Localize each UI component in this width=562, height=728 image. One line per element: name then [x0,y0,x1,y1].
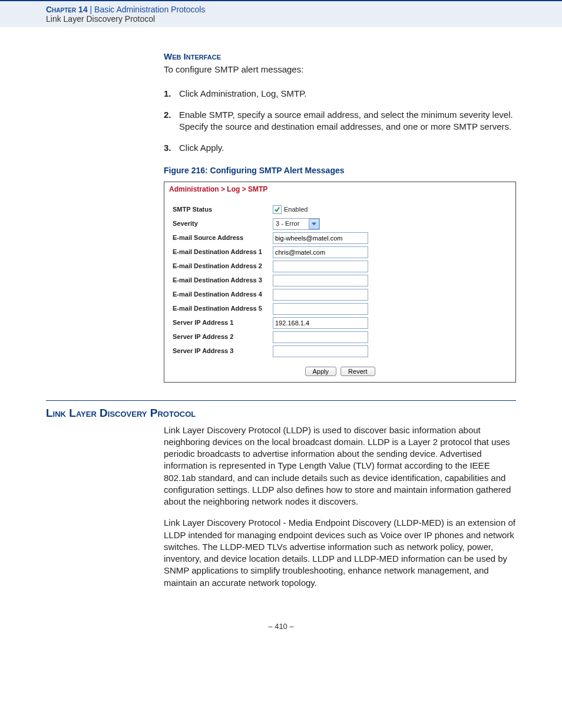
row-ip3: Server IP Address 3 [173,344,507,358]
revert-button[interactable]: Revert [340,367,375,376]
label-dst1: E-mail Destination Address 1 [173,248,273,256]
lldp-para1: Link Layer Discovery Protocol (LLDP) is … [164,424,516,508]
server-ip2-input[interactable] [273,331,368,343]
step-text: Click Administration, Log, SMTP. [179,88,306,100]
chapter-title: Basic Administration Protocols [94,5,205,14]
steps-list: 1.Click Administration, Log, SMTP. 2.Ena… [164,88,516,154]
label-smtp-status: SMTP Status [173,205,273,214]
label-ip2: Server IP Address 2 [173,332,273,341]
label-src: E-mail Source Address [173,233,273,242]
label-ip1: Server IP Address 1 [173,318,273,327]
header-separator: | [88,5,94,14]
header-chapter-line: Chapter 14 | Basic Administration Protoc… [46,5,550,14]
email-source-input[interactable] [273,232,368,244]
step-text: Enable SMTP, specify a source email addr… [179,109,516,133]
row-dst5: E-mail Destination Address 5 [173,302,507,316]
step-number: 2. [164,109,179,133]
row-smtp-status: SMTP Status Enabled [173,203,507,217]
email-dest1-input[interactable] [273,246,368,258]
label-dst4: E-mail Destination Address 4 [173,290,273,299]
chapter-label: Chapter 14 [46,5,88,14]
checkbox-label: Enabled [284,205,308,214]
severity-select[interactable]: 3 - Error [273,218,320,230]
svg-marker-0 [312,222,316,225]
email-dest5-input[interactable] [273,303,368,315]
step-number: 1. [164,88,179,100]
label-dst2: E-mail Destination Address 2 [173,262,273,271]
label-ip3: Server IP Address 3 [173,347,273,355]
apply-button[interactable]: Apply [305,367,337,376]
lldp-para2: Link Layer Discovery Protocol - Media En… [164,517,516,589]
step-number: 3. [164,142,179,154]
email-dest2-input[interactable] [273,261,368,272]
smtp-form: SMTP Status Enabled Severity 3 - Error [164,198,515,362]
email-dest4-input[interactable] [273,289,368,301]
row-ip2: Server IP Address 2 [173,330,507,344]
section-divider [46,400,516,401]
row-dst2: E-mail Destination Address 2 [173,259,507,274]
row-src: E-mail Source Address [173,231,507,245]
row-ip1: Server IP Address 1 [173,316,507,330]
smtp-status-checkbox[interactable] [273,205,282,214]
lldp-heading: Link Layer Discovery Protocol [46,407,516,420]
step-text: Click Apply. [179,142,224,154]
row-severity: Severity 3 - Error [173,217,507,231]
email-dest3-input[interactable] [273,275,368,286]
step-item: 2.Enable SMTP, specify a source email ad… [164,109,516,133]
label-dst3: E-mail Destination Address 3 [173,276,273,285]
web-interface-heading: Web Interface [164,51,516,62]
figure-216: Administration > Log > SMTP SMTP Status … [164,182,516,382]
label-dst5: E-mail Destination Address 5 [173,304,273,313]
row-dst4: E-mail Destination Address 4 [173,288,507,302]
row-dst1: E-mail Destination Address 1 [173,245,507,259]
row-dst3: E-mail Destination Address 3 [173,274,507,288]
server-ip3-input[interactable] [273,345,368,357]
page-header: Chapter 14 | Basic Administration Protoc… [0,0,562,27]
header-section: Link Layer Discovery Protocol [46,14,550,24]
button-row: Apply Revert [164,362,515,382]
figure-caption: Figure 216: Configuring SMTP Alert Messa… [164,165,516,176]
step-item: 3.Click Apply. [164,142,516,154]
page-footer: – 410 – [0,610,562,648]
chevron-down-icon[interactable] [309,219,319,229]
server-ip1-input[interactable] [273,317,368,329]
severity-value: 3 - Error [273,219,309,228]
web-interface-intro: To configure SMTP alert messages: [164,64,516,75]
label-severity: Severity [173,219,273,228]
breadcrumb: Administration > Log > SMTP [164,182,515,197]
step-item: 1.Click Administration, Log, SMTP. [164,88,516,100]
